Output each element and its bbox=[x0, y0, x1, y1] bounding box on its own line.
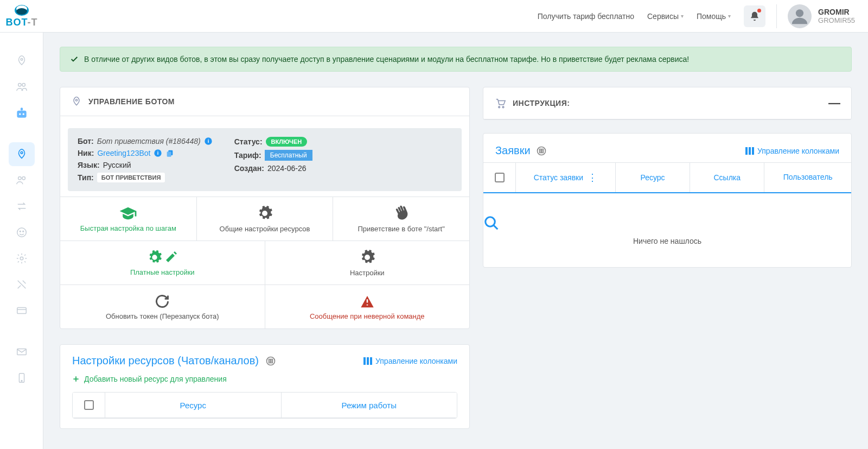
menu-services[interactable]: Сервисы▾ bbox=[647, 12, 684, 21]
menu-help[interactable]: Помощь▾ bbox=[697, 12, 731, 21]
columns-control[interactable]: Управление колонками bbox=[745, 147, 839, 155]
tile-paid-settings[interactable]: Платные настройки bbox=[60, 241, 265, 284]
bot-info: Бот:Бот приветствия (#186448)i Ник:Greet… bbox=[68, 128, 462, 191]
user-menu[interactable]: GROMIR GROMIR55 bbox=[788, 4, 855, 28]
column-menu-icon[interactable]: ⋮ bbox=[588, 172, 597, 184]
link-get-tariff[interactable]: Получить тариф бесплатно bbox=[538, 12, 634, 21]
label: Тип: bbox=[78, 173, 94, 182]
sidebar-item-bot[interactable] bbox=[9, 101, 35, 125]
svg-text:i: i bbox=[207, 138, 209, 144]
notification-dot bbox=[757, 9, 761, 12]
columns-label: Управление колонками bbox=[757, 147, 839, 155]
tile-general-settings[interactable]: Общие настройки ресурсов bbox=[197, 197, 334, 241]
sidebar-item-users-2[interactable] bbox=[9, 168, 35, 192]
user-name: GROMIR bbox=[818, 8, 855, 16]
label: Язык: bbox=[78, 161, 100, 169]
bot-panel: УПРАВЛЕНИЕ БОТОМ Бот:Бот приветствия (#1… bbox=[60, 87, 470, 329]
th-user[interactable]: Пользователь bbox=[764, 163, 851, 192]
tariff-badge: Бесплатный bbox=[265, 150, 312, 161]
svg-point-31 bbox=[499, 106, 500, 108]
resources-table: Ресурс Режим работы bbox=[72, 392, 457, 419]
gear-pencil-icon bbox=[147, 250, 177, 265]
bell-icon bbox=[749, 11, 760, 22]
svg-point-11 bbox=[21, 151, 23, 154]
svg-rect-28 bbox=[167, 151, 171, 156]
tile-label: Настройки bbox=[350, 269, 385, 277]
tile-settings[interactable]: Настройки bbox=[265, 241, 470, 284]
add-label: Добавить новый ресурс для управления bbox=[84, 375, 227, 383]
th-link[interactable]: Ссылка bbox=[690, 163, 764, 192]
link-label: Получить тариф бесплатно bbox=[538, 12, 634, 21]
tile-quick-setup[interactable]: Быстрая настройка по шагам bbox=[60, 197, 197, 241]
add-resource-button[interactable]: Добавить новый ресурс для управления bbox=[72, 375, 457, 383]
columns-icon bbox=[745, 147, 754, 155]
svg-point-4 bbox=[21, 58, 23, 60]
svg-point-6 bbox=[22, 84, 24, 87]
user-handle: GROMIR55 bbox=[818, 16, 855, 24]
sidebar-item-gear[interactable] bbox=[9, 246, 35, 270]
tile-greeting[interactable]: Приветствие в боте "/start" bbox=[333, 197, 469, 241]
divider bbox=[776, 4, 777, 28]
sidebar bbox=[0, 33, 43, 443]
sidebar-item-rocket[interactable] bbox=[9, 49, 35, 73]
value: Русский bbox=[103, 161, 131, 169]
tile-refresh-token[interactable]: Обновить токен (Перезапуск бота) bbox=[60, 285, 265, 328]
resources-panel: Настройки ресурсов (Чатов/каналов) Управ… bbox=[60, 344, 470, 429]
plus-icon bbox=[72, 375, 80, 383]
search-icon bbox=[483, 215, 851, 231]
svg-point-35 bbox=[486, 217, 495, 227]
logo[interactable]: BOT-T bbox=[0, 4, 43, 28]
sidebar-item-users[interactable] bbox=[9, 75, 35, 99]
tile-label: Сообщение при неверной команде bbox=[310, 312, 425, 320]
svg-point-15 bbox=[20, 231, 21, 232]
value: БОТ ПРИВЕТСТВИЯ bbox=[97, 173, 165, 182]
tile-label: Обновить токен (Перезапуск бота) bbox=[106, 312, 219, 320]
sidebar-item-smile[interactable] bbox=[9, 220, 35, 244]
th-status[interactable]: Статус заявки⋮ bbox=[516, 163, 616, 192]
th-mode[interactable]: Режим работы bbox=[282, 393, 457, 418]
checkbox[interactable] bbox=[84, 400, 94, 410]
sidebar-item-rocket-2[interactable] bbox=[9, 142, 35, 166]
rocket-icon bbox=[71, 96, 82, 107]
copy-icon[interactable] bbox=[165, 149, 174, 157]
bot-nick-link[interactable]: Greeting123Bot bbox=[97, 149, 150, 157]
empty-state: Ничего не нашлось bbox=[483, 193, 851, 267]
th-resource[interactable]: Ресурс bbox=[105, 393, 282, 418]
svg-point-3 bbox=[796, 9, 803, 17]
sidebar-item-card[interactable] bbox=[9, 299, 35, 322]
status-badge: ВКЛЮЧЕН bbox=[266, 137, 308, 147]
gear-icon bbox=[359, 249, 375, 265]
gear-icon bbox=[257, 205, 273, 222]
label: Ник: bbox=[78, 149, 94, 157]
tile-label: Быстрая настройка по шагам bbox=[80, 224, 176, 232]
info-icon[interactable]: i bbox=[204, 137, 213, 146]
tile-label: Приветствие в боте "/start" bbox=[358, 225, 445, 233]
th-resource[interactable]: Ресурс bbox=[616, 163, 690, 192]
tile-label: Платные настройки bbox=[130, 268, 195, 276]
notifications-button[interactable] bbox=[744, 5, 765, 27]
svg-text:i: i bbox=[157, 150, 159, 156]
minimize-button[interactable]: — bbox=[828, 96, 840, 110]
graduation-icon bbox=[119, 206, 137, 221]
columns-icon bbox=[363, 357, 372, 365]
checkbox[interactable] bbox=[495, 173, 505, 182]
columns-control[interactable]: Управление колонками bbox=[363, 357, 457, 365]
hand-wave-icon bbox=[393, 205, 410, 222]
tile-invalid-command[interactable]: Сообщение при неверной команде bbox=[265, 285, 470, 328]
grid-icon[interactable] bbox=[536, 146, 547, 156]
label: Тариф: bbox=[234, 151, 261, 160]
check-icon bbox=[70, 55, 79, 64]
sidebar-item-swap[interactable] bbox=[9, 194, 35, 218]
svg-point-8 bbox=[19, 113, 21, 115]
label: Статус: bbox=[234, 137, 263, 146]
info-icon[interactable]: i bbox=[154, 149, 162, 157]
svg-rect-7 bbox=[17, 111, 26, 118]
warning-icon bbox=[359, 294, 375, 309]
refresh-icon bbox=[155, 294, 170, 309]
grid-icon[interactable] bbox=[265, 356, 276, 366]
empty-text: Ничего не нашлось bbox=[483, 237, 851, 245]
sidebar-item-mail[interactable] bbox=[9, 340, 35, 364]
sidebar-item-mobile[interactable] bbox=[9, 366, 35, 390]
sidebar-item-tools[interactable] bbox=[9, 273, 35, 296]
requests-panel: Заявки Управление колонками Статус заявк… bbox=[483, 133, 852, 268]
